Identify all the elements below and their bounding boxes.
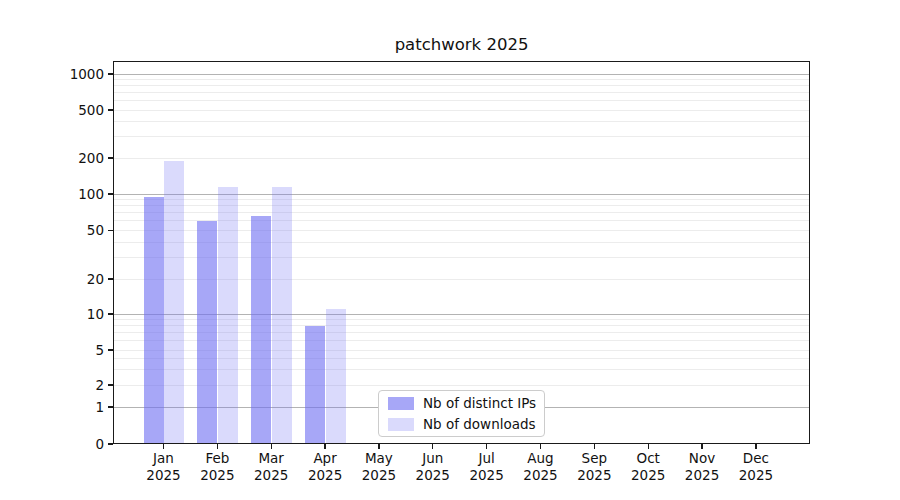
y-tick-label: 5 (44, 343, 104, 358)
x-tick-label-line: 2025 (295, 467, 355, 484)
x-tick-label: Dec2025 (726, 450, 786, 483)
y-gridline-minor (113, 158, 810, 159)
legend-label: Nb of downloads (423, 416, 536, 432)
x-tick-label-line: 2025 (564, 467, 624, 484)
x-tick-mark (432, 444, 433, 449)
y-tick-label: 200 (44, 151, 104, 166)
x-tick-label-line: Mar (241, 450, 301, 467)
x-tick-mark (163, 444, 164, 449)
x-tick-label-line: Oct (618, 450, 678, 467)
legend: Nb of distinct IPs Nb of downloads (378, 390, 545, 437)
y-tick-mark (108, 193, 113, 194)
x-tick-mark (648, 444, 649, 449)
x-tick-label: May2025 (349, 450, 409, 483)
x-tick-mark (324, 444, 325, 449)
x-tick-mark (217, 444, 218, 449)
x-tick-label-line: 2025 (672, 467, 732, 484)
x-tick-label-line: 2025 (187, 467, 247, 484)
x-tick-label-line: 2025 (403, 467, 463, 484)
bar-feb-distinct-ips (197, 221, 217, 444)
x-tick-label-line: 2025 (618, 467, 678, 484)
x-tick-mark (701, 444, 702, 449)
y-tick-mark (108, 406, 113, 407)
y-gridline-minor (113, 110, 810, 111)
x-tick-mark (378, 444, 379, 449)
bar-mar-downloads (272, 187, 292, 444)
y-tick-mark (108, 443, 113, 444)
bar-feb-downloads (218, 187, 238, 444)
x-tick-label-line: Jul (457, 450, 517, 467)
y-tick-mark (108, 278, 113, 279)
legend-swatch-distinct-ips-icon (388, 397, 414, 410)
y-tick-label: 0 (44, 437, 104, 452)
x-tick-label-line: Sep (564, 450, 624, 467)
y-gridline-minor (113, 136, 810, 137)
y-tick-label: 1000 (44, 67, 104, 82)
x-tick-label: Apr2025 (295, 450, 355, 483)
y-gridline-major (113, 74, 810, 75)
y-tick-label: 100 (44, 187, 104, 202)
x-tick-label-line: Dec (726, 450, 786, 467)
y-tick-label: 1 (44, 400, 104, 415)
y-tick-mark (108, 109, 113, 110)
x-tick-label: Jul2025 (457, 450, 517, 483)
x-tick-label-line: Jan (134, 450, 194, 467)
y-gridline-minor (113, 92, 810, 93)
legend-swatch-downloads-icon (388, 418, 414, 431)
bar-apr-downloads (326, 309, 346, 444)
x-tick-label: Jan2025 (134, 450, 194, 483)
x-tick-label-line: Jun (403, 450, 463, 467)
plot-area (113, 61, 810, 444)
x-tick-label-line: May (349, 450, 409, 467)
x-tick-label-line: 2025 (726, 467, 786, 484)
y-tick-label: 20 (44, 272, 104, 287)
x-tick-label-line: 2025 (349, 467, 409, 484)
legend-item-downloads: Nb of downloads (388, 416, 535, 432)
bar-apr-distinct-ips (305, 326, 325, 444)
y-gridline-minor (113, 121, 810, 122)
x-tick-mark (486, 444, 487, 449)
bar-mar-distinct-ips (251, 216, 271, 444)
legend-item-distinct-ips: Nb of distinct IPs (388, 395, 535, 411)
y-gridline-minor (113, 100, 810, 101)
x-tick-label: Oct2025 (618, 450, 678, 483)
x-tick-label: Mar2025 (241, 450, 301, 483)
x-tick-label-line: Feb (187, 450, 247, 467)
x-tick-label: Sep2025 (564, 450, 624, 483)
chart-title: patchwork 2025 (113, 35, 810, 54)
x-tick-mark (755, 444, 756, 449)
legend-label: Nb of distinct IPs (423, 395, 536, 411)
y-tick-label: 500 (44, 103, 104, 118)
x-tick-label: Jun2025 (403, 450, 463, 483)
y-tick-mark (108, 230, 113, 231)
y-tick-mark (108, 384, 113, 385)
x-tick-label: Aug2025 (510, 450, 570, 483)
bar-jan-downloads (164, 161, 184, 444)
x-tick-label-line: Apr (295, 450, 355, 467)
y-tick-label: 2 (44, 378, 104, 393)
x-tick-mark (594, 444, 595, 449)
y-tick-label: 50 (44, 223, 104, 238)
x-tick-label: Nov2025 (672, 450, 732, 483)
y-gridline-minor (113, 79, 810, 80)
x-tick-label-line: 2025 (510, 467, 570, 484)
x-tick-label-line: 2025 (241, 467, 301, 484)
x-tick-label-line: 2025 (134, 467, 194, 484)
y-tick-label: 10 (44, 307, 104, 322)
x-tick-label-line: 2025 (457, 467, 517, 484)
figure: patchwork 2025 01251020501002005001000Ja… (0, 0, 900, 500)
y-tick-mark (108, 349, 113, 350)
y-tick-mark (108, 73, 113, 74)
x-tick-label-line: Aug (510, 450, 570, 467)
y-gridline-minor (113, 85, 810, 86)
y-tick-mark (108, 313, 113, 314)
x-tick-mark (271, 444, 272, 449)
x-tick-label: Feb2025 (187, 450, 247, 483)
bar-jan-distinct-ips (144, 197, 164, 444)
x-tick-label-line: Nov (672, 450, 732, 467)
y-tick-mark (108, 157, 113, 158)
x-tick-mark (540, 444, 541, 449)
